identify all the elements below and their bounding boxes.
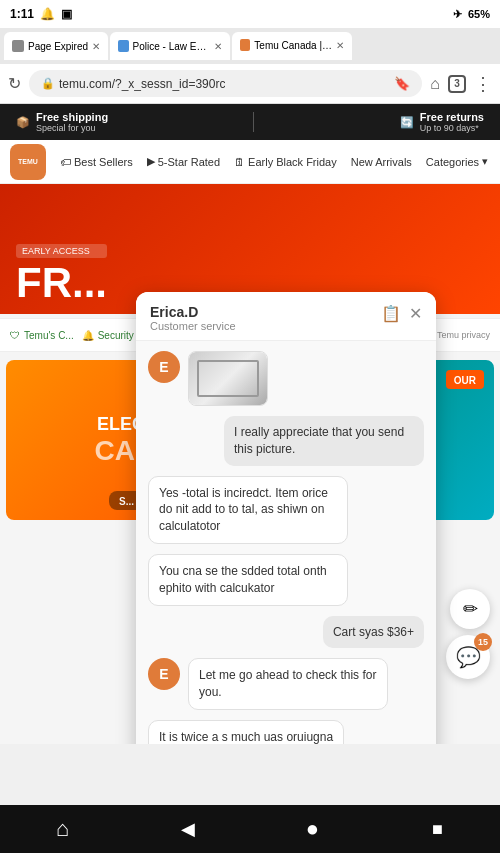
promo-elec-btn-label: S... xyxy=(119,496,134,507)
browser-tabs: Page Expired ✕ Police - Law Enfor... ✕ T… xyxy=(0,28,500,64)
nav-label-5star: 5-Star Rated xyxy=(158,156,220,168)
status-airplane-icon: ✈ xyxy=(453,8,462,21)
tab-close-temu[interactable]: ✕ xyxy=(336,40,344,51)
agent-bubble-5: Let me go ahead to check this for you. xyxy=(188,658,388,710)
chat-overlay: Erica.D Customer service 📋 ✕ E I really … xyxy=(136,292,436,744)
status-bar: 1:11 🔔 ▣ ✈ 65% xyxy=(0,0,500,28)
tab-close-expired[interactable]: ✕ xyxy=(92,41,100,52)
chat-agent-role: Customer service xyxy=(150,320,236,332)
nav-5star[interactable]: ▶ 5-Star Rated xyxy=(147,155,220,168)
bookmark-icon[interactable]: 🔖 xyxy=(394,76,410,91)
agent-avatar: E xyxy=(148,351,180,383)
chat-message-agent-6: It is twice a s much uas oruiugna xyxy=(148,720,424,744)
agent-text-5: Let me go ahead to check this for you. xyxy=(199,668,376,699)
our-label: OUR xyxy=(446,370,484,389)
chat-note-icon[interactable]: 📋 xyxy=(381,304,401,323)
user-text-4: Cart syas $36+ xyxy=(333,625,414,639)
agent-bubble-2: Yes -total is inciredct. Item orice do n… xyxy=(148,476,348,544)
back-nav-icon: ◀ xyxy=(181,818,195,840)
best-sellers-icon: 🏷 xyxy=(60,156,71,168)
ebf-icon: 🗓 xyxy=(234,156,245,168)
chat-close-icon[interactable]: ✕ xyxy=(409,304,422,323)
edit-icon: ✏ xyxy=(463,598,478,620)
promo-bar: 📦 Free shipping Special for you 🔄 Free r… xyxy=(0,104,500,140)
url-text: temu.com/?_x_sessn_id=390rc xyxy=(59,77,225,91)
agent-text-6: It is twice a s much uas oruiugna xyxy=(159,730,333,744)
float-chat-button[interactable]: 💬 15 xyxy=(446,635,490,679)
trust-item-1: 🛡 Temu's C... xyxy=(10,330,74,341)
page-content: EARLY ACCESS FR... 🛡 Temu's C... 🔔 Secur… xyxy=(0,184,500,744)
chat-message-user-4: Cart syas $36+ xyxy=(148,616,424,649)
tab-page-expired[interactable]: Page Expired ✕ xyxy=(4,32,108,60)
tab-label-expired: Page Expired xyxy=(28,41,88,52)
nav-best-sellers[interactable]: 🏷 Best Sellers xyxy=(60,156,133,168)
home-nav-icon: ⌂ xyxy=(56,816,69,842)
temu-logo-text: TEMU xyxy=(18,158,38,165)
nav-early-black-friday[interactable]: 🗓 Early Black Friday xyxy=(234,156,337,168)
menu-icon[interactable]: ⋮ xyxy=(474,73,492,95)
free-shipping-sub: Special for you xyxy=(36,123,108,133)
bottom-home-btn[interactable]: ⌂ xyxy=(38,809,88,849)
nav-label-best-sellers: Best Sellers xyxy=(74,156,133,168)
chat-message-agent-3: You cna se the sdded total onth ephito w… xyxy=(148,554,424,606)
bottom-back-btn[interactable]: ◀ xyxy=(163,809,213,849)
agent-bubble-6: It is twice a s much uas oruiugna xyxy=(148,720,344,744)
lock-icon: 🔒 xyxy=(41,77,55,90)
free-returns-sub: Up to 90 days* xyxy=(420,123,484,133)
temu-logo[interactable]: TEMU xyxy=(10,144,46,180)
tab-count-badge[interactable]: 3 xyxy=(448,75,466,93)
bottom-circle-btn[interactable]: ● xyxy=(288,809,338,849)
nav-label-categories: Categories xyxy=(426,156,479,168)
address-bar: ↻ 🔒 temu.com/?_x_sessn_id=390rc 🔖 ⌂ 3 ⋮ xyxy=(0,64,500,104)
tab-temu[interactable]: Temu Canada | Ex... ✕ xyxy=(232,32,352,60)
tab-close-police[interactable]: ✕ xyxy=(214,41,222,52)
tab-label-temu: Temu Canada | Ex... xyxy=(254,40,332,51)
banner-big-text: FR... xyxy=(16,262,107,304)
square-nav-icon: ■ xyxy=(432,819,443,840)
chat-agent-name: Erica.D xyxy=(150,304,236,320)
image-bubble xyxy=(188,351,268,406)
screenshot-thumb xyxy=(189,352,267,405)
bottom-square-btn[interactable]: ■ xyxy=(413,809,463,849)
chat-message-image: E xyxy=(148,351,424,406)
5star-icon: ▶ xyxy=(147,155,155,168)
chat-header: Erica.D Customer service 📋 ✕ xyxy=(136,292,436,341)
chat-notification-badge: 15 xyxy=(474,633,492,651)
chat-message-agent-2: Yes -total is inciredct. Item orice do n… xyxy=(148,476,424,544)
chat-message-agent-5: E Let me go ahead to check this for you. xyxy=(148,658,424,710)
agent-bubble-3: You cna se the sdded total onth ephito w… xyxy=(148,554,348,606)
user-text-1: I really appreciate that you send this p… xyxy=(234,425,404,456)
nav-label-ebf: Early Black Friday xyxy=(248,156,337,168)
reload-icon[interactable]: ↻ xyxy=(8,74,21,93)
agent-text-3: You cna se the sdded total onth ephito w… xyxy=(159,564,327,595)
agent-avatar-5: E xyxy=(148,658,180,690)
our-text: OUR xyxy=(454,375,476,386)
tab-label-police: Police - Law Enfor... xyxy=(133,41,211,52)
agent-text-2: Yes -total is inciredct. Item orice do n… xyxy=(159,486,328,534)
nav-new-arrivals[interactable]: New Arrivals xyxy=(351,156,412,168)
chevron-down-icon: ▾ xyxy=(482,155,488,168)
shipping-icon: 📦 xyxy=(16,116,30,129)
early-access-label: EARLY ACCESS xyxy=(16,244,107,258)
chat-message-user-1: I really appreciate that you send this p… xyxy=(148,416,424,466)
user-bubble-1: I really appreciate that you send this p… xyxy=(224,416,424,466)
trust-label-1: Temu's C... xyxy=(24,330,74,341)
status-icon-wifi: ▣ xyxy=(61,7,72,21)
chat-body[interactable]: E I really appreciate that you send this… xyxy=(136,341,436,744)
circle-nav-icon: ● xyxy=(306,816,319,842)
returns-icon: 🔄 xyxy=(400,116,414,129)
url-input[interactable]: 🔒 temu.com/?_x_sessn_id=390rc 🔖 xyxy=(29,70,422,97)
bottom-nav: ⌂ ◀ ● ■ xyxy=(0,805,500,853)
status-time: 1:11 xyxy=(10,7,34,21)
user-bubble-4: Cart syas $36+ xyxy=(323,616,424,649)
tab-police[interactable]: Police - Law Enfor... ✕ xyxy=(110,32,230,60)
free-returns-label: Free returns xyxy=(420,111,484,123)
status-battery: 65% xyxy=(468,8,490,20)
float-edit-button[interactable]: ✏ xyxy=(450,589,490,629)
status-icon-alarm: 🔔 xyxy=(40,7,55,21)
home-icon[interactable]: ⌂ xyxy=(430,75,440,93)
nav-categories[interactable]: Categories ▾ xyxy=(426,155,488,168)
free-shipping-label: Free shipping xyxy=(36,111,108,123)
bell-icon: 🔔 xyxy=(82,330,94,341)
temu-nav: TEMU 🏷 Best Sellers ▶ 5-Star Rated 🗓 Ear… xyxy=(0,140,500,184)
